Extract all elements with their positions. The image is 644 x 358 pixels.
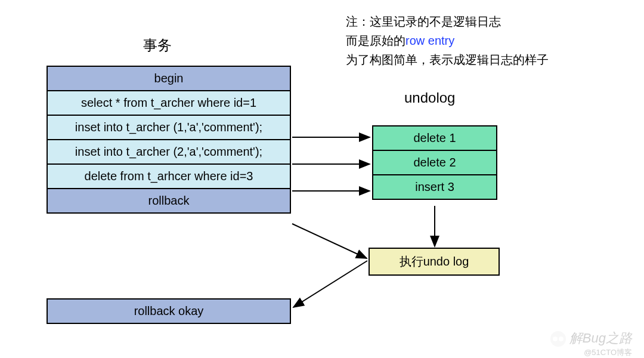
- svg-line-6: [293, 261, 367, 307]
- undolog-title: undolog: [404, 90, 455, 106]
- rollback-result-label: rollback okay: [48, 300, 290, 323]
- undo-row-delete-2: delete 2: [373, 151, 496, 175]
- rollback-result-box: rollback okay: [47, 298, 291, 324]
- undo-row-insert-3: insert 3: [373, 175, 496, 199]
- note-line-1: 注：这里记录的不是逻辑日志: [346, 12, 549, 31]
- exec-undo-log-box: 执行undo log: [369, 248, 500, 276]
- exec-undo-log-label: 执行undo log: [370, 249, 499, 274]
- wechat-icon: [550, 331, 566, 347]
- note-line-2: 而是原始的row entry: [346, 31, 549, 50]
- note-block: 注：这里记录的不是逻辑日志 而是原始的row entry 为了构图简单，表示成逻…: [346, 12, 549, 69]
- tx-row-select: select * from t_archer where id=1: [48, 91, 290, 116]
- undo-row-delete-1: delete 1: [373, 126, 496, 151]
- note-line-3: 为了构图简单，表示成逻辑日志的样子: [346, 50, 549, 69]
- undolog-table: delete 1 delete 2 insert 3: [372, 125, 497, 200]
- tx-row-insert-2: inset into t_archer (2,'a','comment');: [48, 140, 290, 165]
- tx-row-insert-1: inset into t_archer (1,'a','comment');: [48, 116, 290, 140]
- watermark-text: 解Bug之路: [569, 331, 632, 345]
- tx-row-begin: begin: [48, 67, 290, 91]
- svg-line-5: [292, 224, 367, 258]
- watermark: 解Bug之路: [550, 329, 632, 347]
- transaction-table: begin select * from t_archer where id=1 …: [47, 66, 291, 214]
- sub-watermark: @51CTO博客: [584, 347, 632, 358]
- note-line-2-blue: row entry: [405, 34, 454, 47]
- transaction-title: 事务: [143, 36, 172, 55]
- tx-row-rollback: rollback: [48, 189, 290, 212]
- tx-row-delete: delete from t_arhcer where id=3: [48, 165, 290, 189]
- note-line-2-prefix: 而是原始的: [346, 34, 405, 47]
